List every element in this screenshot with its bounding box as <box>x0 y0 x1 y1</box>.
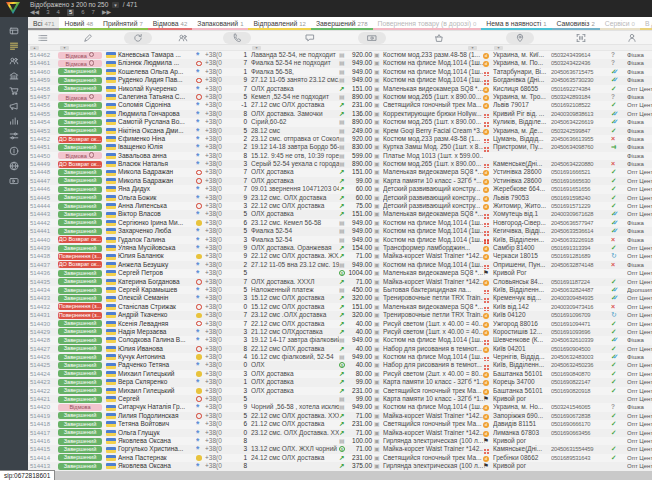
order-row[interactable]: 514457ВідмоваСалегина Татьяна С...+38(05… <box>28 93 652 101</box>
client-phone[interactable]: +38(0 <box>205 269 227 277</box>
status-badge[interactable]: Завершений <box>58 370 102 377</box>
client-phone[interactable]: +38(0 <box>205 294 227 302</box>
client-phone[interactable]: +38(0 <box>205 152 227 160</box>
order-row[interactable]: 514417ЗавершенийОльга Глущук*+38(0023.12… <box>28 429 652 437</box>
status-badge[interactable]: Завершений <box>58 295 102 302</box>
video-icon[interactable] <box>0 173 28 188</box>
column-header-manager[interactable] <box>611 31 652 44</box>
order-row[interactable]: 514453ЗавершенийНікітіна Оксана Дми...*+… <box>28 127 652 135</box>
dashboard-icon[interactable] <box>0 23 28 38</box>
order-row[interactable]: 514448ЗавершенийМикола Бадражан+38(07ОЛХ… <box>28 168 652 176</box>
info-icon[interactable] <box>0 143 28 158</box>
client-phone[interactable]: +38(0 <box>205 110 227 118</box>
status-badge[interactable]: Завершений <box>58 278 102 285</box>
client-phone[interactable]: +38(0 <box>205 227 227 235</box>
order-row[interactable]: 514432Повернення (з...Станіслав Стрижак+… <box>28 303 652 311</box>
client-phone[interactable]: +38(0 <box>205 445 227 453</box>
order-row[interactable]: 514450ВідмоваЗавальова анна*+38(0815.12.… <box>28 152 652 160</box>
order-row[interactable]: 514452ДО Возврат ок...Єфименко Ніна*+38(… <box>28 135 652 143</box>
order-row[interactable]: 514443ЗавершенийВіктор Власов*+38(05ОЛХ … <box>28 210 652 218</box>
client-phone[interactable]: +38(0 <box>205 59 227 67</box>
status-badge[interactable]: Повернення (з... <box>58 303 102 310</box>
client-phone[interactable]: +38(0 <box>205 261 227 269</box>
promo-icon[interactable] <box>0 98 28 113</box>
order-row[interactable]: 514420ВідмоваСитарчук Наталія Гр...*+38(… <box>28 403 652 411</box>
order-row[interactable]: 514428ЗавершенийСолодкова Галина В...*+3… <box>28 336 652 344</box>
tab-filter[interactable]: Всі471 <box>28 17 59 30</box>
column-filter-dropdown[interactable]: ▾ <box>494 46 503 51</box>
order-row[interactable]: 514416ЗавершенийЯковлева Оксана*+38(08▤1… <box>28 437 652 445</box>
order-row[interactable]: 514462ВідмоваКаневська Тамара ...*+38(01… <box>28 51 652 59</box>
status-badge[interactable]: Завершений <box>58 345 102 352</box>
client-phone[interactable]: +38(0 <box>205 320 227 328</box>
client-phone[interactable]: +38(0 <box>205 429 227 437</box>
page-button-3[interactable]: 3 <box>46 9 49 16</box>
column-filter-dropdown[interactable]: ▾ <box>468 46 477 51</box>
order-row[interactable]: 514430ЗавершенийКсенія Левадняя+38(0722.… <box>28 320 652 328</box>
status-badge[interactable]: Завершений <box>58 169 102 176</box>
status-badge[interactable]: Відмова <box>58 52 102 59</box>
status-badge[interactable]: Повернення (з... <box>58 312 102 319</box>
client-phone[interactable]: +38(0 <box>205 412 227 420</box>
tab-filter[interactable]: Новий48 <box>59 17 98 30</box>
status-badge[interactable]: Завершений <box>58 320 102 327</box>
client-phone[interactable]: +38(0 <box>205 76 227 84</box>
client-phone[interactable]: +38(0 <box>205 202 227 210</box>
page-button-4[interactable]: 4 <box>57 9 60 16</box>
client-phone[interactable]: +38(0 <box>205 194 227 202</box>
client-phone[interactable]: +38(0 <box>205 395 227 403</box>
order-row[interactable]: 514434ЗавершенийСергей Карамышев*+38(05Н… <box>28 286 652 294</box>
column-header-status[interactable] <box>118 31 158 44</box>
tune-icon[interactable] <box>0 128 28 143</box>
order-row[interactable]: 514438Повернення (з...Юлия Баланюк+38(09… <box>28 252 652 260</box>
bank-icon[interactable] <box>0 68 28 83</box>
status-badge[interactable]: Завершений <box>58 119 102 126</box>
status-badge[interactable]: Завершений <box>58 194 102 201</box>
status-badge[interactable]: Завершений <box>58 245 102 252</box>
status-badge[interactable]: ДО Возврат ок... <box>58 236 102 243</box>
status-badge[interactable]: Відмова <box>58 94 102 101</box>
status-badge[interactable]: Завершений <box>58 379 102 386</box>
client-phone[interactable]: +38(0 <box>205 244 227 252</box>
order-row[interactable]: 514413ЗавершенийЯковлева Оксана*+38(08↗3… <box>28 462 652 470</box>
client-phone[interactable]: +38(0 <box>205 160 227 168</box>
client-phone[interactable]: +38(0 <box>205 185 227 193</box>
status-badge[interactable]: Завершений <box>58 446 102 453</box>
orders-icon[interactable] <box>0 38 28 53</box>
order-row[interactable]: 514424ЗавершенийМихаил Гилецький+38(03ОЛ… <box>28 370 652 378</box>
status-badge[interactable]: Завершений <box>58 219 102 226</box>
tab-filter[interactable]: Прийнятий7 <box>98 17 148 30</box>
column-header-clients[interactable] <box>158 31 208 44</box>
status-badge[interactable]: Завершений <box>58 177 102 184</box>
order-row[interactable]: 514418ЗавершенийТетяна Войтович*+38(0621… <box>28 420 652 428</box>
column-filter-dropdown[interactable]: ▾ <box>60 46 69 51</box>
order-row[interactable]: 514436ЗавершенийСергей Петров*+38(05$100… <box>28 269 652 277</box>
order-row[interactable]: 514449ДО Возврат ок...Власюк Наталья*+38… <box>28 160 652 168</box>
order-row[interactable]: 514415ЗавершенийГоргулько Христина...*+3… <box>28 445 652 453</box>
stats-icon[interactable] <box>0 113 28 128</box>
client-phone[interactable]: +38(0 <box>205 420 227 428</box>
order-row[interactable]: 514451ЗавершенийІващенко Юлія*+38(0219.1… <box>28 143 652 151</box>
tab-filter[interactable]: Самовивіз2 <box>552 17 600 30</box>
order-row[interactable]: 514426ЗавершенийКучук Антонина+38(0416.1… <box>28 353 652 361</box>
order-row[interactable]: 514421ЗавершенийСергей+38(05▤99.00▣Карта… <box>28 395 652 403</box>
client-phone[interactable]: +38(0 <box>205 345 227 353</box>
status-badge[interactable]: Завершений <box>58 328 102 335</box>
column-header-rows[interactable] <box>28 31 58 44</box>
page-button-6[interactable]: 6 <box>81 9 84 16</box>
order-row[interactable]: 514454ЗавершенийСамотій Руслана Во...*+3… <box>28 118 652 126</box>
tab-filter[interactable]: Завершений278 <box>311 17 373 30</box>
order-row[interactable]: 514447ЗавершенийМикола Бадражан+38(07ОЛХ… <box>28 177 652 185</box>
order-row[interactable]: 514429ЗавершенийНадія Мерзаєва*+38(0321.… <box>28 328 652 336</box>
client-phone[interactable]: +38(0 <box>205 143 227 151</box>
status-badge[interactable]: ДО Возврат ок... <box>58 261 102 268</box>
status-badge[interactable]: Завершений <box>58 186 102 193</box>
column-header-payment[interactable] <box>354 31 389 44</box>
order-row[interactable]: 514431Повернення (з...Андрій Ткаченко+38… <box>28 311 652 319</box>
tab-filter[interactable]: В дорозі додому0 <box>640 17 652 30</box>
order-row[interactable]: 514456ЗавершенийСоломія Сідоніна*+38(0-1… <box>28 101 652 109</box>
status-badge[interactable]: Завершений <box>58 421 102 428</box>
order-row[interactable]: 514435ЗавершенийКатерина Богданова+38(07… <box>28 278 652 286</box>
column-filter-dropdown[interactable]: ▾ <box>252 46 261 51</box>
status-badge[interactable]: Відмова <box>58 152 102 159</box>
